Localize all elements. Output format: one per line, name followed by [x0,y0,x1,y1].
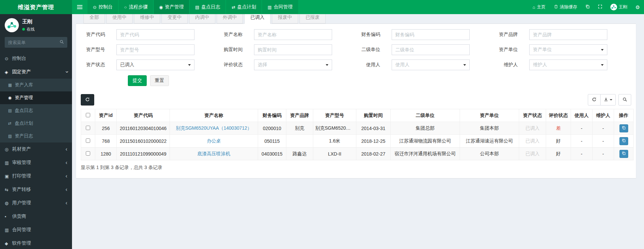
sidebar-item-consumables[interactable]: ◎耗材资产‹ [0,142,72,156]
navbar-right: ⌂ 主页 清除缓存 王刚 ⚙ [529,0,644,14]
fullscreen-button[interactable] [594,0,606,14]
top-nav-item-label: 控制台 [99,4,113,10]
chevron-down-icon: ‹ [64,71,69,73]
asset-name-link[interactable]: 别克SGM6520UYAA（140030712） [176,125,252,131]
refresh-table-button[interactable] [81,94,94,106]
app-logo[interactable]: 维溢资产管理 [0,0,72,14]
col-header-checkbox [81,109,95,122]
cell-checkbox [81,135,95,148]
cell-name: 办公桌 [170,135,258,148]
cell-checkbox [81,148,95,160]
fixed-assets-icon: ◈ [5,70,12,74]
row-checkbox[interactable] [86,126,90,130]
sidebar-toggle-button[interactable] [72,0,87,14]
sidebar-item-software[interactable]: ◆软件管理 [0,237,72,249]
table-toolbar [76,91,636,109]
submit-button[interactable]: 提交 [128,75,147,86]
home-link[interactable]: ⌂ 主页 [529,0,550,14]
top-nav-item-inventory-log[interactable]: ▤盘点日志 [190,0,225,14]
filter-field-asset-name: 资产名称 [223,29,361,40]
secondary-unit-input[interactable] [392,44,470,55]
export-button[interactable] [600,94,616,106]
sidebar-item-inventory-log[interactable]: ▤盘点日志 [0,104,72,117]
finance-code-label: 财务编码 [361,32,392,38]
top-nav-item-label: 资产管理 [165,4,184,10]
asset-model-input[interactable] [116,44,194,55]
sidebar-item-asset-manage[interactable]: ◉资产管理 [0,91,72,104]
copy-button[interactable] [581,0,594,14]
eval-status-badge: 差 [556,125,561,131]
cell-model: 别克SGM6520UYA [313,122,356,135]
col-header-op: 操作 [614,109,634,122]
select-all-checkbox[interactable] [86,113,90,117]
top-nav-item-console[interactable]: ⊙控制台 [87,0,118,14]
asset-name-input[interactable] [254,29,332,40]
secondary-unit-label: 二级单位 [361,47,392,53]
top-nav: ⊙控制台○流程步骤◉资产管理▤盘点日志⇄盘点计划▥合同管理 [87,0,299,14]
sidebar-menu: ⊙控制台◈固定资产‹▦资产入库◉资产管理▤盘点日志⇄盘点计划▧资产日志◎耗材资产… [0,52,72,249]
sidebar-item-audit[interactable]: ▥审核管理‹ [0,156,72,169]
filter-field-user: 使用人使用人 [361,59,498,70]
eval-status-badge: 好 [556,138,561,143]
sidebar-item-asset-inbound[interactable]: ▦资产入库 [0,79,72,91]
sidebar-item-console[interactable]: ⊙控制台 [0,52,72,65]
top-nav-item-asset-manage[interactable]: ◉资产管理 [154,0,189,14]
finance-code-input[interactable] [392,29,470,40]
asset-name-link[interactable]: 办公桌 [207,138,221,143]
consumables-icon: ◎ [5,147,12,152]
reset-button[interactable]: 重置 [150,75,169,86]
row-checkbox[interactable] [86,138,90,143]
settings-button[interactable]: ⚙ [632,0,644,14]
maintainer-select[interactable]: 维护人 [529,59,607,70]
asset-unit-select-value: 资产单位 [533,47,552,53]
asset-status-badge: 已调入 [526,151,540,156]
view-asset-button[interactable] [619,150,628,158]
asset-name-link[interactable]: 底漆高压喷涂机 [198,151,230,156]
sidebar: 王刚 在线 ⊙控制台◈固定资产‹▦资产入库◉资产管理▤盘点日志⇄盘点计划▧资产日… [0,14,72,249]
online-dot-icon [22,28,25,31]
row-checkbox[interactable] [86,151,90,156]
asset-manage-icon: ◉ [8,96,15,100]
top-nav-item-process-steps[interactable]: ○流程步骤 [119,0,153,14]
search-icon [622,97,627,103]
sidebar-item-asset-log[interactable]: ▧资产日志 [0,130,72,142]
user-select[interactable]: 使用人 [392,59,470,70]
menu-search-input[interactable] [5,37,56,48]
refresh-icon [85,97,90,103]
copy-icon [585,4,590,10]
chevron-left-icon: ‹ [66,200,67,206]
sidebar-item-inventory-plan[interactable]: ⇄盘点计划 [0,117,72,130]
sidebar-item-print[interactable]: ▣打印管理‹ [0,169,72,183]
filter-field-asset-status: 资产状态已调入 [85,59,223,70]
menu-search-button[interactable] [56,37,67,48]
cell-status: 已调入 [519,122,546,135]
sidebar-item-supplier[interactable]: ▪供货商 [0,210,72,223]
view-asset-button[interactable] [619,137,628,145]
asset-unit-select[interactable]: 资产单位 [529,44,607,55]
asset-status-select[interactable]: 已调入 [116,59,194,70]
cell-unit2: 集团总部 [391,122,460,135]
view-asset-button[interactable] [619,124,628,132]
refresh-button[interactable] [588,94,601,106]
cell-user: - [571,148,593,160]
sidebar-item-label: 资产入库 [15,82,33,88]
table-search-button[interactable] [618,94,631,106]
asset-code-input[interactable] [116,29,194,40]
chevron-left-icon: ‹ [66,187,67,192]
top-nav-item-inventory-plan[interactable]: ⇄盘点计划 [226,0,261,14]
sidebar-item-users[interactable]: ◍用户管理‹ [0,196,72,210]
sidebar-item-fixed-assets[interactable]: ◈固定资产‹ [0,65,72,79]
asset-brand-input[interactable] [529,29,607,40]
cell-unit: 集团本部 [460,122,519,135]
filter-field-secondary-unit: 二级单位 [361,44,498,55]
clear-cache-link[interactable]: 清除缓存 [550,0,581,14]
asset-brand-label: 资产品牌 [498,32,529,38]
sidebar-item-transfer[interactable]: ⇆资产转移‹ [0,183,72,196]
eval-status-select[interactable]: 选择 [254,59,332,70]
sidebar-item-contract[interactable]: ▥合同管理 [0,223,72,237]
top-nav-item-contract[interactable]: ▥合同管理 [262,0,298,14]
sidebar-search [5,37,67,48]
top-nav-item-label: 盘点日志 [201,4,220,10]
purchase-date-input[interactable] [254,44,332,55]
user-menu[interactable]: 王刚 [606,0,632,14]
